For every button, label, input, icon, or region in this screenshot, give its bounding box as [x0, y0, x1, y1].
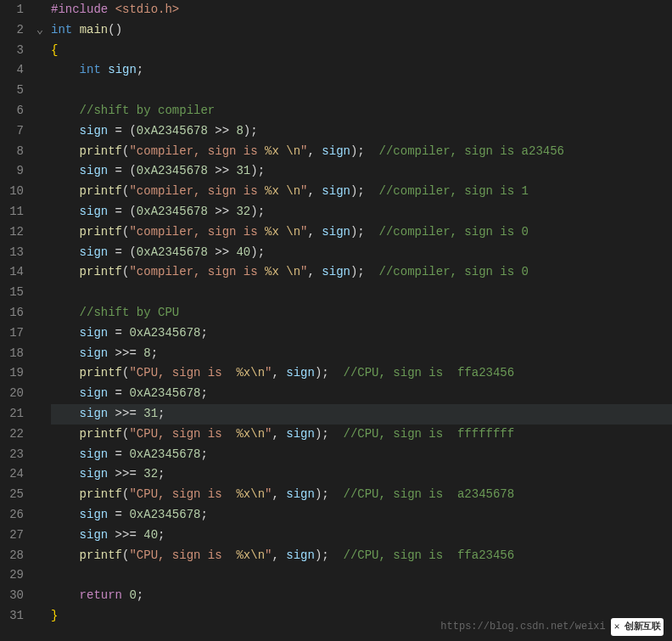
chevron-down-icon[interactable]: ⌄	[36, 20, 43, 41]
fold-slot	[32, 404, 48, 425]
token-comment: //CPU, sign is ffa23456	[344, 363, 515, 384]
code-line[interactable]: sign >>= 40;	[51, 526, 672, 546]
code-line[interactable]: sign = (0xA2345678 >> 32);	[51, 202, 672, 222]
token-punct: ,	[308, 222, 322, 243]
code-line[interactable]: int main()	[51, 20, 672, 41]
code-line[interactable]: printf("compiler, sign is %x \n", sign);…	[51, 142, 672, 162]
fold-slot	[32, 262, 48, 283]
token-op	[51, 546, 80, 566]
code-line[interactable]: printf("CPU, sign is %x\n", sign); //CPU…	[51, 363, 672, 384]
token-num: 32	[236, 202, 250, 222]
token-op	[51, 344, 80, 364]
code-area[interactable]: #include <stdio.h>int main(){ int sign; …	[48, 0, 672, 641]
token-var: sign	[80, 161, 109, 182]
code-line[interactable]: //shift by compiler	[51, 101, 672, 121]
token-op	[51, 121, 80, 142]
token-var: sign	[80, 344, 109, 364]
token-comment: //shift by compiler	[80, 101, 216, 121]
token-op: ;	[200, 384, 207, 404]
token-punct: (	[122, 485, 129, 505]
code-line[interactable]: sign = (0xA2345678 >> 40);	[51, 243, 672, 263]
token-esc: %x\n	[236, 363, 265, 384]
code-line[interactable]: return 0;	[51, 586, 672, 606]
token-str: "	[300, 262, 307, 283]
token-esc: \n	[286, 142, 300, 162]
token-punct: (	[122, 142, 129, 162]
code-line[interactable]: sign >>= 31;	[51, 404, 672, 425]
code-line[interactable]: sign = (0xA2345678 >> 31);	[51, 161, 672, 182]
token-func: printf	[80, 142, 122, 162]
code-line[interactable]: printf("CPU, sign is %x\n", sign); //CPU…	[51, 546, 672, 566]
token-op: ;	[158, 526, 165, 546]
token-op: >>=	[108, 404, 143, 425]
code-line[interactable]: //shift by CPU	[51, 303, 672, 323]
token-func: printf	[80, 425, 122, 445]
code-line[interactable]: sign = (0xA2345678 >> 8);	[51, 121, 672, 142]
code-line[interactable]: sign = 0xA2345678;	[51, 384, 672, 404]
token-punct: ;	[137, 60, 143, 81]
token-punct: );	[350, 262, 379, 283]
code-line[interactable]: #include <stdio.h>	[51, 0, 672, 20]
token-num: 0xA2345678	[137, 243, 208, 263]
fold-slot	[32, 101, 48, 121]
token-num: 40	[143, 526, 158, 546]
code-line[interactable]	[51, 283, 672, 303]
token-esc: \n	[286, 182, 300, 202]
token-str: "	[300, 142, 307, 162]
code-line[interactable]: sign = 0xA2345678;	[51, 445, 672, 465]
code-line[interactable]: printf("compiler, sign is %x \n", sign);…	[51, 222, 672, 243]
token-punct: );	[350, 182, 379, 202]
token-op: ;	[151, 344, 158, 364]
token-op: ;	[200, 323, 207, 344]
line-number: 3	[0, 41, 24, 61]
line-number: 21	[0, 404, 24, 425]
token-op	[51, 586, 80, 606]
code-editor[interactable]: 1234567891011121314151617181920212223242…	[0, 0, 672, 641]
token-num: 0xA2345678	[137, 161, 208, 182]
line-number: 2	[0, 20, 24, 41]
token-op: = (	[108, 121, 137, 142]
fold-slot	[32, 363, 48, 384]
code-line[interactable]: printf("CPU, sign is %x\n", sign); //CPU…	[51, 485, 672, 505]
code-line[interactable]: printf("compiler, sign is %x \n", sign);…	[51, 262, 672, 283]
line-number-gutter: 1234567891011121314151617181920212223242…	[0, 0, 32, 641]
token-str: "compiler, sign is	[129, 142, 265, 162]
token-str	[279, 262, 286, 283]
fold-slot	[32, 303, 48, 323]
line-number: 28	[0, 546, 24, 566]
token-op	[51, 161, 80, 182]
token-str: "	[265, 363, 272, 384]
code-line[interactable]: {	[51, 41, 672, 61]
token-op	[108, 0, 115, 20]
code-line[interactable]: sign >>= 32;	[51, 464, 672, 485]
code-line[interactable]: sign = 0xA2345678;	[51, 505, 672, 526]
code-line[interactable]: int sign;	[51, 60, 672, 81]
fold-slot	[32, 161, 48, 182]
fold-slot	[32, 485, 48, 505]
token-str: "	[265, 546, 272, 566]
code-line[interactable]: printf("compiler, sign is %x \n", sign);…	[51, 182, 672, 202]
token-func: printf	[80, 222, 122, 243]
token-op: >>	[208, 161, 237, 182]
token-var: sign	[322, 142, 350, 162]
token-punct: (	[122, 546, 129, 566]
code-line[interactable]	[51, 565, 672, 586]
code-line[interactable]: sign = 0xA2345678;	[51, 323, 672, 344]
line-number: 18	[0, 344, 24, 364]
token-punct: ,	[308, 142, 322, 162]
line-number: 6	[0, 101, 24, 121]
token-punct: ,	[272, 425, 286, 445]
token-esc: %x\n	[236, 425, 265, 445]
code-line[interactable]: printf("CPU, sign is %x\n", sign); //CPU…	[51, 425, 672, 445]
code-line[interactable]	[51, 81, 672, 101]
token-op	[51, 404, 80, 425]
token-op	[51, 222, 80, 243]
code-line[interactable]: sign >>= 8;	[51, 344, 672, 364]
token-op: = (	[108, 161, 137, 182]
fold-slot	[32, 323, 48, 344]
token-num: 0	[129, 586, 136, 606]
token-punct: (	[122, 425, 129, 445]
token-comment: //shift by CPU	[80, 303, 180, 323]
token-op	[72, 20, 79, 41]
token-op	[51, 202, 80, 222]
